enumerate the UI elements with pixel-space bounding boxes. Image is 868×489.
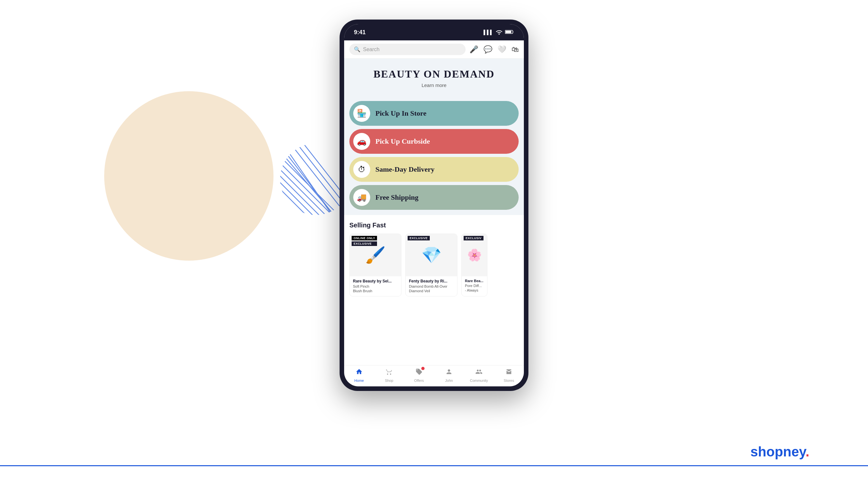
home-icon — [355, 368, 363, 377]
message-icon[interactable]: 💬 — [484, 45, 492, 54]
shopney-logo: shopney. — [750, 444, 809, 460]
service-pickup-store[interactable]: 🏪 Pick Up In Store — [349, 101, 519, 126]
offers-notification-badge — [421, 367, 425, 370]
phone-screen: 9:41 ▌▌▌ 🔍 — [344, 24, 524, 386]
product-2-image-area: EXCLUSIVE 💎 — [406, 234, 457, 276]
product-1-info: Rare Beauty by Sel... Soft PinchBlush Br… — [350, 276, 401, 296]
hero-subtitle[interactable]: Learn more — [351, 82, 517, 88]
product-3-image-area: EXCLUSIV 🌸 — [462, 234, 487, 276]
search-placeholder: Search — [363, 47, 380, 53]
signal-icon: ▌▌▌ — [484, 30, 493, 35]
nav-stores-label: Stores — [504, 379, 514, 382]
product-3-brand: Rare Bea... — [465, 279, 484, 283]
nav-item-community[interactable]: Community — [464, 368, 494, 382]
wifi-icon — [496, 29, 502, 35]
cart-icon[interactable]: 🛍 — [512, 45, 519, 54]
free-shipping-icon: 🚚 — [353, 189, 370, 206]
shopney-dot: . — [805, 444, 809, 459]
free-shipping-label: Free Shipping — [375, 193, 418, 202]
product-2-brand: Fenty Beauty by Ri... — [409, 279, 454, 283]
same-day-icon: ⏱ — [353, 161, 370, 178]
nav-shop-label: Shop — [385, 379, 393, 382]
service-free-shipping[interactable]: 🚚 Free Shipping — [349, 185, 519, 210]
battery-icon — [505, 30, 514, 35]
product-3-badges: EXCLUSIV — [464, 236, 484, 240]
mic-icon[interactable]: 🎤 — [469, 45, 478, 54]
badge-exclusive-1: EXCLUSIVE — [352, 241, 377, 246]
product-3-info: Rare Bea... Pore Diff... - Always — [462, 276, 487, 295]
wishlist-icon[interactable]: 🤍 — [497, 45, 506, 54]
product-card-1[interactable]: ONLINE ONLY EXCLUSIVE 🖌️ Rare Beauty by … — [349, 234, 401, 296]
community-icon — [475, 368, 483, 377]
product-3-name: Pore Diff... - Always — [465, 283, 484, 293]
status-icons: ▌▌▌ — [484, 29, 514, 35]
product-1-badges: ONLINE ONLY EXCLUSIVE — [352, 236, 377, 246]
content-scroll: BEAUTY ON DEMAND Learn more 🏪 Pick Up In… — [344, 59, 524, 365]
products-row: ONLINE ONLY EXCLUSIVE 🖌️ Rare Beauty by … — [349, 234, 519, 296]
search-bar[interactable]: 🔍 Search 🎤 💬 🤍 🛍 — [344, 40, 524, 59]
badge-exclusive-3: EXCLUSIV — [464, 236, 484, 240]
selling-fast-title: Selling Fast — [349, 222, 519, 229]
phone-frame: 9:41 ▌▌▌ 🔍 — [340, 20, 528, 391]
stores-icon — [505, 368, 513, 377]
badge-online-only: ONLINE ONLY — [352, 236, 377, 240]
product-1-brand: Rare Beauty by Sel... — [353, 279, 398, 283]
product-2-image: 💎 — [421, 246, 441, 264]
pickup-store-icon: 🏪 — [353, 105, 370, 122]
search-input-area[interactable]: 🔍 Search — [349, 44, 466, 55]
svg-rect-17 — [506, 31, 512, 33]
nav-item-home[interactable]: Home — [344, 368, 374, 382]
pickup-store-label: Pick Up In Store — [375, 109, 427, 118]
product-1-image-area: ONLINE ONLY EXCLUSIVE 🖌️ — [350, 234, 401, 276]
shop-icon — [385, 368, 393, 377]
product-2-badges: EXCLUSIVE — [408, 236, 430, 240]
product-card-2[interactable]: EXCLUSIVE 💎 Fenty Beauty by Ri... Diamon… — [405, 234, 458, 296]
nav-item-stores[interactable]: Stores — [494, 368, 524, 382]
service-same-day[interactable]: ⏱ Same-Day Delivery — [349, 157, 519, 182]
product-3-image: 🌸 — [467, 248, 482, 262]
nav-community-label: Community — [470, 379, 488, 382]
search-magnifier-icon: 🔍 — [354, 46, 361, 53]
offers-icon — [415, 368, 423, 377]
phone-notch — [408, 24, 460, 34]
nav-profile-label: John — [445, 379, 453, 382]
badge-exclusive-2: EXCLUSIVE — [408, 236, 430, 240]
nav-item-profile[interactable]: John — [434, 368, 464, 382]
nav-home-label: Home — [354, 379, 364, 382]
pickup-curbside-label: Pick Up Curbside — [375, 137, 430, 146]
same-day-label: Same-Day Delivery — [375, 165, 434, 174]
pickup-curbside-icon: 🚗 — [353, 133, 370, 150]
selling-fast-section: Selling Fast ONLINE ONLY EXCLUSIVE 🖌️ — [344, 215, 524, 300]
hero-title: BEAUTY ON DEMAND — [351, 68, 517, 80]
search-icons: 🎤 💬 🤍 🛍 — [469, 45, 519, 54]
product-1-image: 🖌️ — [365, 246, 385, 264]
service-options: 🏪 Pick Up In Store 🚗 Pick Up Curbside ⏱ … — [344, 96, 524, 215]
status-time: 9:41 — [354, 29, 366, 36]
service-pickup-curbside[interactable]: 🚗 Pick Up Curbside — [349, 129, 519, 154]
bg-decoration-beige — [104, 91, 274, 261]
product-1-name: Soft PinchBlush Brush — [353, 284, 398, 293]
nav-item-shop[interactable]: Shop — [374, 368, 404, 382]
product-2-name: Diamond Bomb All-Over Diamond Veil — [409, 284, 454, 293]
nav-offers-label: Offers — [414, 379, 424, 382]
bottom-nav: Home Shop Offers — [344, 365, 524, 386]
profile-icon — [445, 368, 453, 377]
nav-item-offers[interactable]: Offers — [404, 368, 434, 382]
shopney-text: shopney — [750, 444, 806, 459]
product-2-info: Fenty Beauty by Ri... Diamond Bomb All-O… — [406, 276, 457, 296]
product-card-3[interactable]: EXCLUSIV 🌸 Rare Bea... Pore Diff... - Al… — [461, 234, 487, 296]
hero-banner: BEAUTY ON DEMAND Learn more — [344, 59, 524, 96]
bottom-divider-line — [0, 465, 868, 466]
